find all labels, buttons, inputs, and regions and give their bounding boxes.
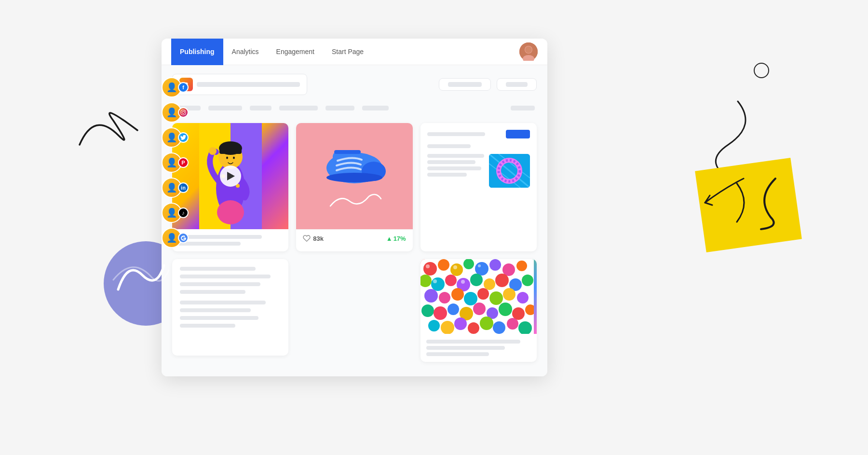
growth-metric: ▲ 17%	[386, 235, 406, 242]
post-card-balls[interactable]	[420, 259, 537, 362]
svg-point-41	[431, 277, 445, 291]
top-bar: B	[172, 74, 537, 95]
filter-button-2[interactable]	[497, 78, 537, 91]
svg-point-34	[450, 263, 463, 276]
svg-point-70	[480, 317, 493, 330]
social-item-google[interactable]: 👤	[162, 228, 189, 248]
svg-point-50	[439, 292, 450, 303]
tab-stub-right	[511, 106, 535, 110]
nav-bar: Publishing Analytics Engagement Start Pa…	[162, 39, 547, 65]
social-item-linkedin[interactable]: 👤 in	[162, 178, 189, 198]
shoe-illustration	[321, 141, 388, 190]
post-card-video[interactable]	[172, 123, 288, 251]
badge-instagram	[178, 107, 189, 118]
svg-point-67	[441, 321, 454, 334]
svg-point-68	[454, 317, 467, 330]
svg-point-57	[421, 304, 434, 317]
svg-point-76	[478, 264, 481, 267]
post-card-text[interactable]	[172, 259, 288, 356]
svg-point-49	[424, 289, 438, 303]
svg-point-59	[448, 303, 459, 315]
svg-point-63	[499, 303, 512, 316]
ring-image	[489, 154, 530, 188]
post-card-article[interactable]	[420, 123, 537, 251]
svg-point-75	[453, 265, 457, 269]
svg-point-16	[209, 147, 217, 155]
badge-google	[178, 233, 189, 243]
posts-grid: 83k ▲ 17%	[172, 123, 537, 362]
svg-point-58	[434, 306, 447, 320]
svg-point-48	[522, 275, 533, 286]
post-card-empty	[296, 259, 412, 362]
tab-start-page[interactable]: Start Page	[323, 39, 372, 65]
social-item-pinterest[interactable]: 👤 P	[162, 152, 189, 173]
svg-rect-13	[219, 148, 242, 154]
social-item-facebook[interactable]: 👤 f	[162, 77, 189, 97]
deco-squiggle-left	[70, 106, 147, 164]
svg-point-53	[477, 288, 489, 300]
user-avatar[interactable]	[519, 42, 538, 61]
svg-point-1	[182, 111, 185, 114]
svg-point-17	[217, 200, 244, 224]
deco-yellow-paper	[695, 158, 802, 252]
svg-point-14	[226, 157, 228, 159]
tab-publishing[interactable]: Publishing	[171, 39, 223, 65]
tab-engagement[interactable]: Engagement	[268, 39, 323, 65]
deco-circle-outline	[754, 63, 769, 78]
svg-point-51	[451, 288, 464, 301]
svg-point-39	[516, 261, 527, 271]
balls-image	[420, 259, 537, 334]
svg-point-64	[512, 307, 525, 320]
svg-rect-0	[181, 110, 186, 115]
svg-point-35	[463, 259, 474, 269]
svg-point-69	[468, 322, 479, 334]
svg-point-66	[428, 320, 440, 331]
svg-point-32	[423, 262, 437, 276]
filter-button-1[interactable]	[439, 78, 491, 91]
svg-point-2	[184, 111, 185, 112]
svg-point-42	[445, 275, 457, 286]
tab-month[interactable]	[208, 106, 242, 110]
svg-point-44	[470, 274, 483, 286]
tabs-row	[172, 102, 537, 114]
svg-point-23	[326, 173, 382, 182]
badge-twitter	[178, 132, 189, 143]
svg-point-77	[433, 279, 437, 283]
svg-point-36	[475, 262, 488, 276]
play-button[interactable]	[220, 165, 241, 187]
tab-calendar[interactable]	[279, 106, 318, 110]
svg-point-46	[495, 274, 509, 287]
tab-analytics[interactable]: Analytics	[223, 39, 268, 65]
social-item-instagram[interactable]: 👤	[162, 102, 189, 123]
metrics-row: 83k ▲ 17%	[296, 229, 412, 247]
social-item-tiktok[interactable]: 👤 ♪	[162, 203, 189, 223]
post-card-shoe[interactable]: 83k ▲ 17%	[296, 123, 412, 251]
svg-point-54	[489, 291, 503, 305]
article-action-btn[interactable]	[506, 130, 530, 138]
svg-rect-24	[334, 150, 361, 154]
svg-point-55	[503, 288, 515, 301]
badge-linkedin: in	[178, 182, 189, 193]
search-box[interactable]: B	[172, 74, 307, 95]
tab-queue[interactable]	[326, 106, 354, 110]
svg-point-37	[489, 259, 501, 271]
svg-point-6	[525, 46, 532, 53]
svg-point-71	[493, 321, 505, 334]
svg-point-72	[507, 318, 518, 330]
badge-pinterest: P	[178, 157, 189, 168]
svg-point-33	[438, 259, 449, 271]
svg-point-56	[517, 292, 529, 303]
svg-point-78	[461, 280, 465, 284]
svg-point-45	[484, 278, 495, 290]
likes-metric: 83k	[303, 234, 324, 242]
svg-point-52	[464, 292, 477, 305]
badge-tiktok: ♪	[178, 207, 189, 218]
app-window: Publishing Analytics Engagement Start Pa…	[162, 39, 547, 376]
svg-point-74	[426, 264, 430, 268]
tab-day[interactable]	[250, 106, 271, 110]
svg-point-15	[233, 157, 235, 159]
social-item-twitter[interactable]: 👤	[162, 127, 189, 148]
tab-drafts[interactable]	[362, 106, 389, 110]
badge-facebook: f	[178, 82, 189, 93]
svg-point-61	[473, 303, 486, 315]
